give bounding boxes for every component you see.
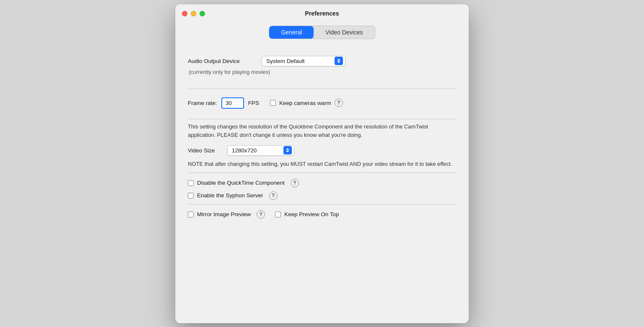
audio-section: Audio Output Device System Default Built… [188,49,456,87]
divider-2 [188,119,456,119]
keep-cameras-warm-help-button[interactable]: ? [335,99,343,107]
mirror-image-help-button[interactable]: ? [257,210,265,219]
enable-syphon-row: Enable the Syphon Server ? [188,191,456,200]
divider-1 [188,89,456,89]
video-size-select[interactable]: 1280x720 1920x1080 640x480 [227,145,294,156]
enable-syphon-checkbox[interactable] [188,193,194,199]
frame-rate-section: Frame rate: FPS Keep cameras warm ? [188,91,456,117]
tab-bar: General Video Devices [188,26,456,39]
preferences-window: Preferences General Video Devices Audio … [175,4,469,323]
frame-rate-row: Frame rate: FPS Keep cameras warm ? [188,97,456,109]
frame-rate-input[interactable] [221,97,244,109]
window-title: Preferences [305,10,339,17]
titlebar: Preferences [175,4,469,21]
minimize-button[interactable] [191,11,196,16]
main-content: General Video Devices Audio Output Devic… [175,21,469,323]
keep-cameras-warm-label: Keep cameras warm [279,100,331,106]
audio-hint-text: (currently only for playing movies) [188,69,456,75]
divider-3 [188,173,456,173]
divider-4 [188,204,456,204]
video-size-label: Video Size [188,147,221,154]
enable-syphon-label: Enable the Syphon Server [197,192,263,199]
audio-output-label: Audio Output Device [188,58,255,64]
bottom-row: Mirror Image Preview ? Keep Preview On T… [188,210,456,219]
enable-syphon-help-button[interactable]: ? [269,191,278,200]
keep-preview-area: Keep Preview On Top [275,211,339,217]
disable-quicktime-checkbox[interactable] [188,180,194,186]
disable-quicktime-help-button[interactable]: ? [291,179,299,187]
audio-select-wrapper: System Default Built-in Output HDMI [262,56,345,66]
description-text: This setting changes the resolution of t… [188,123,456,139]
keep-cameras-warm-checkbox[interactable] [270,100,276,106]
note-text: NOTE that after changing this setting, y… [188,160,456,168]
disable-quicktime-row: Disable the QuickTime Component ? [188,179,456,187]
audio-output-row: Audio Output Device System Default Built… [188,56,456,66]
keep-cameras-warm-area: Keep cameras warm ? [270,99,343,107]
tab-general[interactable]: General [269,26,314,39]
frame-rate-label: Frame rate: [188,100,217,106]
audio-output-select[interactable]: System Default Built-in Output HDMI [262,56,345,66]
tab-group: General Video Devices [269,26,375,39]
keep-preview-on-top-label: Keep Preview On Top [284,211,339,217]
disable-quicktime-label: Disable the QuickTime Component [197,180,285,186]
maximize-button[interactable] [200,11,205,16]
video-size-select-wrapper: 1280x720 1920x1080 640x480 [227,145,294,156]
traffic-lights [182,11,205,16]
mirror-image-checkbox[interactable] [188,212,194,217]
keep-preview-on-top-checkbox[interactable] [275,212,281,217]
fps-label: FPS [248,100,259,106]
close-button[interactable] [182,11,187,16]
video-size-row: Video Size 1280x720 1920x1080 640x480 [188,145,456,156]
tab-video-devices[interactable]: Video Devices [314,26,374,39]
mirror-image-label: Mirror Image Preview [197,211,251,217]
